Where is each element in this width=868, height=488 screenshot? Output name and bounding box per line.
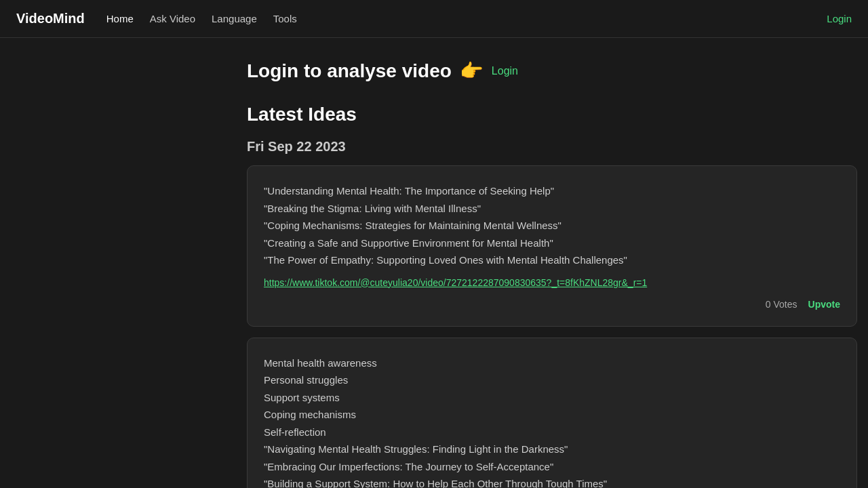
idea-card-2-line-5: Self-reflection bbox=[264, 424, 840, 441]
navbar: VideoMind Home Ask Video Language Tools … bbox=[0, 0, 868, 38]
navbar-link-tools[interactable]: Tools bbox=[273, 13, 297, 24]
idea-card-1-content: "Understanding Mental Health: The Import… bbox=[264, 182, 840, 269]
idea-card-1-line-2: "Breaking the Stigma: Living with Mental… bbox=[264, 200, 840, 218]
idea-card-2-line-2: Personal struggles bbox=[264, 371, 840, 389]
analyse-emoji: 👉 bbox=[460, 60, 484, 82]
idea-card-2-line-6: "Navigating Mental Health Struggles: Fin… bbox=[264, 441, 840, 458]
idea-card-1: "Understanding Mental Health: The Import… bbox=[247, 165, 857, 327]
navbar-brand[interactable]: VideoMind bbox=[16, 11, 85, 26]
idea-card-2-line-1: Mental health awareness bbox=[264, 354, 840, 372]
latest-ideas-title: Latest Ideas bbox=[247, 104, 857, 125]
idea-card-2: Mental health awareness Personal struggl… bbox=[247, 338, 857, 489]
navbar-login-button[interactable]: Login bbox=[827, 13, 852, 24]
idea-card-1-line-4: "Creating a Safe and Supportive Environm… bbox=[264, 235, 840, 252]
idea-card-2-line-3: Support systems bbox=[264, 389, 840, 407]
idea-card-2-line-4: Coping mechanisms bbox=[264, 406, 840, 424]
navbar-link-home[interactable]: Home bbox=[106, 13, 134, 24]
analyse-login-link[interactable]: Login bbox=[492, 65, 518, 77]
idea-card-1-line-3: "Coping Mechanisms: Strategies for Maint… bbox=[264, 217, 840, 235]
analyse-banner: Login to analyse video 👉 Login bbox=[247, 60, 857, 82]
navbar-link-ask-video[interactable]: Ask Video bbox=[150, 13, 195, 24]
date-label: Fri Sep 22 2023 bbox=[247, 139, 857, 155]
idea-card-1-footer: 0 Votes Upvote bbox=[264, 299, 840, 310]
analyse-title: Login to analyse video bbox=[247, 60, 452, 82]
idea-card-2-line-7: "Embracing Our Imperfections: The Journe… bbox=[264, 458, 840, 476]
navbar-links: Home Ask Video Language Tools bbox=[106, 13, 827, 24]
idea-card-1-link[interactable]: https://www.tiktok.com/@cuteyulia20/vide… bbox=[264, 277, 840, 288]
idea-card-1-votes: 0 Votes bbox=[766, 299, 797, 310]
navbar-link-language[interactable]: Language bbox=[212, 13, 257, 24]
idea-card-1-line-5: "The Power of Empathy: Supporting Loved … bbox=[264, 251, 840, 269]
idea-card-2-line-8: "Building a Support System: How to Help … bbox=[264, 475, 840, 488]
main-content: Login to analyse video 👉 Login Latest Id… bbox=[247, 38, 857, 488]
idea-card-2-content: Mental health awareness Personal struggl… bbox=[264, 354, 840, 489]
idea-card-1-line-1: "Understanding Mental Health: The Import… bbox=[264, 182, 840, 200]
idea-card-1-upvote[interactable]: Upvote bbox=[808, 299, 840, 310]
